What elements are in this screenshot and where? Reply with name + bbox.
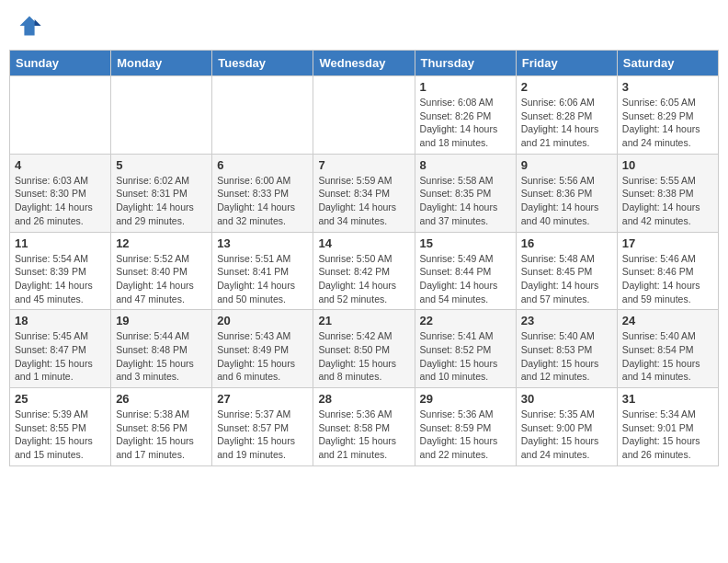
day-number: 5 xyxy=(116,158,207,172)
day-info: Sunrise: 5:43 AM Sunset: 8:49 PM Dayligh… xyxy=(217,329,308,384)
calendar-cell: 30Sunrise: 5:35 AM Sunset: 9:00 PM Dayli… xyxy=(516,388,617,466)
day-info: Sunrise: 6:02 AM Sunset: 8:31 PM Dayligh… xyxy=(116,174,207,228)
day-number: 14 xyxy=(318,236,409,250)
calendar-week-row: 1Sunrise: 6:08 AM Sunset: 8:26 PM Daylig… xyxy=(10,76,719,155)
calendar-cell: 5Sunrise: 6:02 AM Sunset: 8:31 PM Daylig… xyxy=(111,154,212,232)
weekday-header-row: SundayMondayTuesdayWednesdayThursdayFrid… xyxy=(10,51,719,76)
day-number: 19 xyxy=(116,314,207,327)
day-info: Sunrise: 5:45 AM Sunset: 8:47 PM Dayligh… xyxy=(15,329,106,384)
calendar-cell: 4Sunrise: 6:03 AM Sunset: 8:30 PM Daylig… xyxy=(10,154,111,232)
calendar-cell: 25Sunrise: 5:39 AM Sunset: 8:55 PM Dayli… xyxy=(10,388,111,466)
calendar-cell xyxy=(111,76,212,155)
calendar-cell: 14Sunrise: 5:50 AM Sunset: 8:42 PM Dayli… xyxy=(313,232,415,310)
calendar-cell: 22Sunrise: 5:41 AM Sunset: 8:52 PM Dayli… xyxy=(415,310,516,388)
svg-marker-1 xyxy=(35,19,41,26)
day-number: 25 xyxy=(15,392,106,406)
day-number: 29 xyxy=(420,392,511,406)
calendar-cell: 26Sunrise: 5:38 AM Sunset: 8:56 PM Dayli… xyxy=(111,388,212,466)
day-info: Sunrise: 5:54 AM Sunset: 8:39 PM Dayligh… xyxy=(15,252,106,306)
day-info: Sunrise: 5:52 AM Sunset: 8:40 PM Dayligh… xyxy=(116,252,207,306)
day-number: 8 xyxy=(420,158,511,172)
day-info: Sunrise: 5:59 AM Sunset: 8:34 PM Dayligh… xyxy=(318,174,409,228)
day-info: Sunrise: 6:03 AM Sunset: 8:30 PM Dayligh… xyxy=(15,174,106,228)
day-number: 21 xyxy=(318,314,409,327)
weekday-header-monday: Monday xyxy=(111,51,212,76)
day-number: 20 xyxy=(217,314,308,327)
calendar-week-row: 25Sunrise: 5:39 AM Sunset: 8:55 PM Dayli… xyxy=(10,388,719,466)
day-number: 18 xyxy=(15,314,106,327)
day-number: 2 xyxy=(521,80,612,94)
day-info: Sunrise: 5:50 AM Sunset: 8:42 PM Dayligh… xyxy=(318,252,409,306)
day-info: Sunrise: 5:40 AM Sunset: 8:54 PM Dayligh… xyxy=(622,329,713,384)
day-number: 17 xyxy=(622,236,713,250)
day-info: Sunrise: 6:06 AM Sunset: 8:28 PM Dayligh… xyxy=(521,96,612,150)
day-number: 16 xyxy=(521,236,612,250)
calendar-cell xyxy=(10,76,111,155)
calendar-cell: 7Sunrise: 5:59 AM Sunset: 8:34 PM Daylig… xyxy=(313,154,415,232)
day-info: Sunrise: 5:36 AM Sunset: 8:59 PM Dayligh… xyxy=(420,408,511,462)
day-info: Sunrise: 5:48 AM Sunset: 8:45 PM Dayligh… xyxy=(521,252,612,306)
day-number: 24 xyxy=(622,314,713,327)
day-info: Sunrise: 5:51 AM Sunset: 8:41 PM Dayligh… xyxy=(217,252,308,306)
calendar-cell: 12Sunrise: 5:52 AM Sunset: 8:40 PM Dayli… xyxy=(111,232,212,310)
day-number: 15 xyxy=(420,236,511,250)
day-number: 23 xyxy=(521,314,612,327)
day-info: Sunrise: 5:56 AM Sunset: 8:36 PM Dayligh… xyxy=(521,174,612,228)
page-header xyxy=(9,9,719,42)
day-number: 13 xyxy=(217,236,308,250)
day-number: 9 xyxy=(521,158,612,172)
day-info: Sunrise: 5:38 AM Sunset: 8:56 PM Dayligh… xyxy=(116,408,207,462)
day-info: Sunrise: 5:46 AM Sunset: 8:46 PM Dayligh… xyxy=(622,252,713,306)
day-number: 30 xyxy=(521,392,612,406)
calendar-week-row: 4Sunrise: 6:03 AM Sunset: 8:30 PM Daylig… xyxy=(10,154,719,232)
day-number: 1 xyxy=(420,80,511,94)
calendar-cell: 6Sunrise: 6:00 AM Sunset: 8:33 PM Daylig… xyxy=(212,154,313,232)
weekday-header-friday: Friday xyxy=(516,51,617,76)
day-number: 4 xyxy=(15,158,106,172)
calendar-table: SundayMondayTuesdayWednesdayThursdayFrid… xyxy=(9,50,719,466)
day-number: 28 xyxy=(318,392,409,406)
calendar-cell: 23Sunrise: 5:40 AM Sunset: 8:53 PM Dayli… xyxy=(516,310,617,388)
calendar-cell xyxy=(313,76,415,155)
day-info: Sunrise: 5:49 AM Sunset: 8:44 PM Dayligh… xyxy=(420,252,511,306)
day-info: Sunrise: 5:35 AM Sunset: 9:00 PM Dayligh… xyxy=(521,408,612,462)
day-info: Sunrise: 6:08 AM Sunset: 8:26 PM Dayligh… xyxy=(420,96,511,150)
day-number: 12 xyxy=(116,236,207,250)
calendar-cell: 27Sunrise: 5:37 AM Sunset: 8:57 PM Dayli… xyxy=(212,388,313,466)
day-info: Sunrise: 5:37 AM Sunset: 8:57 PM Dayligh… xyxy=(217,408,308,462)
day-info: Sunrise: 5:36 AM Sunset: 8:58 PM Dayligh… xyxy=(318,408,409,462)
calendar-cell: 24Sunrise: 5:40 AM Sunset: 8:54 PM Dayli… xyxy=(617,310,718,388)
day-info: Sunrise: 6:05 AM Sunset: 8:29 PM Dayligh… xyxy=(622,96,713,150)
calendar-cell: 1Sunrise: 6:08 AM Sunset: 8:26 PM Daylig… xyxy=(415,76,516,155)
day-info: Sunrise: 5:40 AM Sunset: 8:53 PM Dayligh… xyxy=(521,329,612,384)
calendar-cell: 15Sunrise: 5:49 AM Sunset: 8:44 PM Dayli… xyxy=(415,232,516,310)
calendar-cell: 8Sunrise: 5:58 AM Sunset: 8:35 PM Daylig… xyxy=(415,154,516,232)
day-info: Sunrise: 5:42 AM Sunset: 8:50 PM Dayligh… xyxy=(318,329,409,384)
calendar-cell: 18Sunrise: 5:45 AM Sunset: 8:47 PM Dayli… xyxy=(10,310,111,388)
calendar-week-row: 11Sunrise: 5:54 AM Sunset: 8:39 PM Dayli… xyxy=(10,232,719,310)
day-number: 22 xyxy=(420,314,511,327)
logo xyxy=(17,13,46,39)
weekday-header-saturday: Saturday xyxy=(617,51,718,76)
day-info: Sunrise: 5:34 AM Sunset: 9:01 PM Dayligh… xyxy=(622,408,713,462)
day-number: 3 xyxy=(622,80,713,94)
calendar-cell: 28Sunrise: 5:36 AM Sunset: 8:58 PM Dayli… xyxy=(313,388,415,466)
calendar-cell: 17Sunrise: 5:46 AM Sunset: 8:46 PM Dayli… xyxy=(617,232,718,310)
calendar-cell: 9Sunrise: 5:56 AM Sunset: 8:36 PM Daylig… xyxy=(516,154,617,232)
weekday-header-tuesday: Tuesday xyxy=(212,51,313,76)
day-info: Sunrise: 5:58 AM Sunset: 8:35 PM Dayligh… xyxy=(420,174,511,228)
calendar-cell: 10Sunrise: 5:55 AM Sunset: 8:38 PM Dayli… xyxy=(617,154,718,232)
calendar-cell xyxy=(212,76,313,155)
calendar-cell: 11Sunrise: 5:54 AM Sunset: 8:39 PM Dayli… xyxy=(10,232,111,310)
calendar-cell: 21Sunrise: 5:42 AM Sunset: 8:50 PM Dayli… xyxy=(313,310,415,388)
weekday-header-sunday: Sunday xyxy=(10,51,111,76)
weekday-header-thursday: Thursday xyxy=(415,51,516,76)
day-info: Sunrise: 6:00 AM Sunset: 8:33 PM Dayligh… xyxy=(217,174,308,228)
day-number: 11 xyxy=(15,236,106,250)
calendar-cell: 19Sunrise: 5:44 AM Sunset: 8:48 PM Dayli… xyxy=(111,310,212,388)
calendar-cell: 13Sunrise: 5:51 AM Sunset: 8:41 PM Dayli… xyxy=(212,232,313,310)
day-info: Sunrise: 5:39 AM Sunset: 8:55 PM Dayligh… xyxy=(15,408,106,462)
calendar-cell: 2Sunrise: 6:06 AM Sunset: 8:28 PM Daylig… xyxy=(516,76,617,155)
day-info: Sunrise: 5:44 AM Sunset: 8:48 PM Dayligh… xyxy=(116,329,207,384)
calendar-cell: 31Sunrise: 5:34 AM Sunset: 9:01 PM Dayli… xyxy=(617,388,718,466)
